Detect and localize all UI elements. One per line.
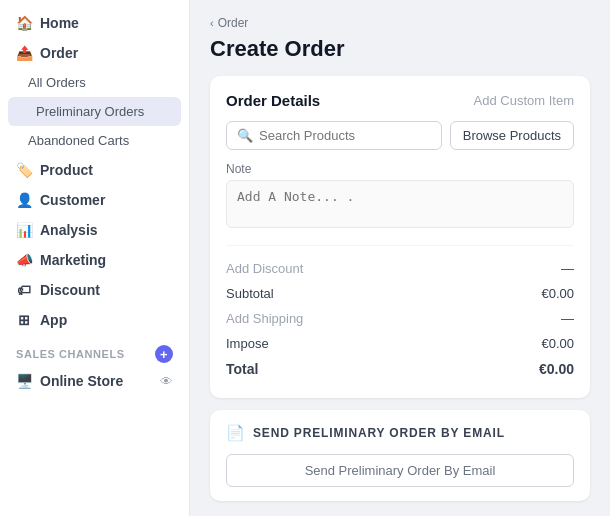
analysis-icon: 📊 [16, 222, 32, 238]
sidebar-item-home[interactable]: 🏠 Home [0, 8, 189, 38]
sidebar-item-marketing[interactable]: 📣 Marketing [0, 245, 189, 275]
discount-icon: 🏷 [16, 282, 32, 298]
customer-icon: 👤 [16, 192, 32, 208]
send-preliminary-order-button[interactable]: Send Preliminary Order By Email [226, 454, 574, 487]
add-discount-label[interactable]: Add Discount [226, 261, 303, 276]
breadcrumb: ‹ Order [210, 16, 590, 30]
online-store-visibility-icon[interactable]: 👁 [160, 374, 173, 389]
order-icon: 📤 [16, 45, 32, 61]
breadcrumb-chevron-icon: ‹ [210, 17, 214, 29]
product-icon: 🏷️ [16, 162, 32, 178]
sidebar-item-analysis[interactable]: 📊 Analysis [0, 215, 189, 245]
order-details-title: Order Details [226, 92, 320, 109]
search-input[interactable] [259, 128, 431, 143]
total-line: Total €0.00 [226, 356, 574, 382]
search-icon: 🔍 [237, 128, 253, 143]
add-sales-channel-button[interactable]: + [155, 345, 173, 363]
add-custom-item-link[interactable]: Add Custom Item [474, 93, 574, 108]
add-shipping-label[interactable]: Add Shipping [226, 311, 303, 326]
email-section-title: SEND PRELIMINARY ORDER BY EMAIL [253, 426, 505, 440]
home-icon: 🏠 [16, 15, 32, 31]
sales-channels-section: SALES CHANNELS + [0, 335, 189, 367]
add-shipping-value: — [561, 311, 574, 326]
impose-label: Impose [226, 336, 269, 351]
search-box: 🔍 [226, 121, 442, 150]
sidebar-item-all-orders[interactable]: All Orders [0, 68, 189, 97]
sidebar-item-app[interactable]: ⊞ App [0, 305, 189, 335]
subtotal-line: Subtotal €0.00 [226, 281, 574, 306]
breadcrumb-link[interactable]: Order [218, 16, 249, 30]
sidebar-item-preliminary-orders[interactable]: Preliminary Orders [8, 97, 181, 126]
page-title: Create Order [210, 36, 590, 62]
card-header: Order Details Add Custom Item [226, 92, 574, 109]
email-card: 📄 SEND PRELIMINARY ORDER BY EMAIL Send P… [210, 410, 590, 501]
subtotal-label: Subtotal [226, 286, 274, 301]
email-card-header: 📄 SEND PRELIMINARY ORDER BY EMAIL [226, 424, 574, 442]
order-lines: Add Discount — Subtotal €0.00 Add Shippi… [226, 245, 574, 382]
online-store-icon: 🖥️ [16, 373, 32, 389]
add-discount-value: — [561, 261, 574, 276]
sidebar-item-order[interactable]: 📤 Order [0, 38, 189, 68]
impose-line: Impose €0.00 [226, 331, 574, 356]
search-row: 🔍 Browse Products [226, 121, 574, 150]
main-content: ‹ Order Create Order Order Details Add C… [190, 0, 610, 516]
note-input[interactable] [226, 180, 574, 228]
add-discount-line: Add Discount — [226, 256, 574, 281]
total-value: €0.00 [539, 361, 574, 377]
email-icon: 📄 [226, 424, 245, 442]
subtotal-value: €0.00 [541, 286, 574, 301]
sidebar-item-product[interactable]: 🏷️ Product [0, 155, 189, 185]
add-shipping-line: Add Shipping — [226, 306, 574, 331]
total-label: Total [226, 361, 258, 377]
sidebar: 🏠 Home 📤 Order All Orders Preliminary Or… [0, 0, 190, 516]
sidebar-item-discount[interactable]: 🏷 Discount [0, 275, 189, 305]
impose-value: €0.00 [541, 336, 574, 351]
order-details-card: Order Details Add Custom Item 🔍 Browse P… [210, 76, 590, 398]
browse-products-button[interactable]: Browse Products [450, 121, 574, 150]
sidebar-item-customer[interactable]: 👤 Customer [0, 185, 189, 215]
sidebar-item-online-store[interactable]: 🖥️ Online Store 👁 [0, 367, 189, 395]
app-icon: ⊞ [16, 312, 32, 328]
marketing-icon: 📣 [16, 252, 32, 268]
sidebar-item-abandoned-carts[interactable]: Abandoned Carts [0, 126, 189, 155]
note-label: Note [226, 162, 574, 176]
